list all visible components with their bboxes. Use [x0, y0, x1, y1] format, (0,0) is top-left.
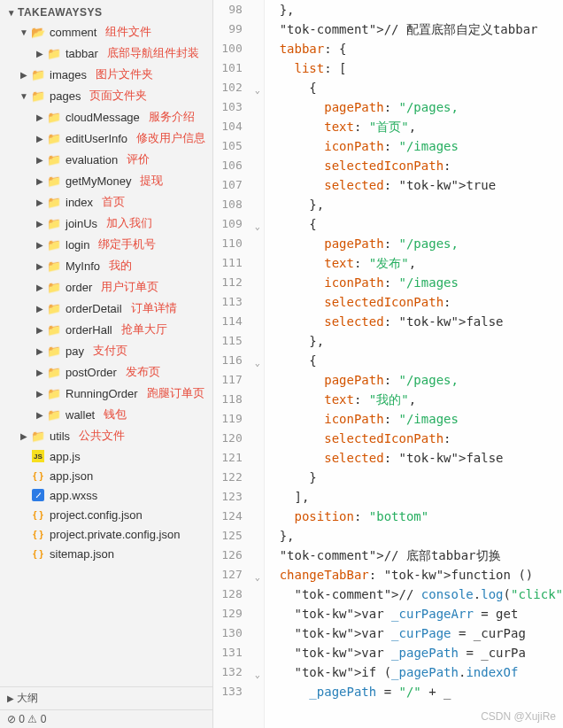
code-line[interactable]: selectedIconPath: — [265, 156, 563, 175]
tree-item-label: wallet — [66, 408, 95, 422]
code-line[interactable]: _pagePath = "/" + _ — [265, 682, 563, 701]
code-line[interactable]: "tok-kw">if (_pagePath.indexOf — [265, 662, 563, 682]
line-number: 122 — [213, 468, 264, 487]
code-line[interactable]: pagePath: "/pages, — [265, 234, 563, 253]
code-line[interactable]: { — [265, 351, 563, 370]
tree-item-label: comment — [50, 26, 96, 39]
code-line[interactable]: changeTabBar: "tok-kw">function () — [265, 565, 563, 585]
tree-item-label: evaluation — [66, 153, 118, 167]
tree-item-MyInfo[interactable]: ▶📁MyInfo我的 — [0, 255, 212, 276]
code-line[interactable]: "tok-comment">// console.log("click" — [265, 585, 563, 604]
line-number: 106 — [213, 156, 264, 175]
folder-icon: 📁 — [46, 322, 62, 337]
code-line[interactable]: selected: "tok-kw">true — [265, 175, 563, 195]
json-file-icon: { } — [30, 546, 46, 561]
code-line[interactable]: selectedIconPath: — [265, 429, 563, 448]
outline-panel[interactable]: ▶ 大纲 — [0, 686, 212, 709]
tree-item-app.json[interactable]: { }app.json — [0, 466, 212, 485]
chevron-icon: ▶ — [34, 155, 46, 165]
tree-item-orderDetail[interactable]: ▶📁orderDetail订单详情 — [0, 298, 212, 319]
outline-label: 大纲 — [17, 692, 38, 704]
tree-item-project.private.config.json[interactable]: { }project.private.config.json — [0, 524, 212, 544]
tree-item-project.config.json[interactable]: { }project.config.json — [0, 505, 212, 524]
annotation-label: 支付页 — [93, 343, 127, 359]
folder-icon: 📁 — [46, 237, 62, 252]
code-line[interactable]: "tok-comment">// 配置底部自定义tabbar — [265, 19, 563, 39]
code-line[interactable]: ], — [265, 487, 563, 507]
code-line[interactable]: selectedIconPath: — [265, 292, 563, 312]
code-line[interactable]: text: "我的", — [265, 390, 563, 409]
code-line[interactable]: "tok-comment">// 底部tabbar切换 — [265, 546, 563, 565]
tree-item-orderHall[interactable]: ▶📁orderHall抢单大厅 — [0, 319, 212, 340]
folder-icon: 📁 — [46, 365, 62, 379]
tree-item-tabbar[interactable]: ▶📁tabbar底部导航组件封装 — [0, 43, 212, 64]
code-line[interactable]: pagePath: "/pages, — [265, 97, 563, 117]
line-number: 127⌄ — [213, 565, 264, 585]
chevron-icon: ▼ — [18, 91, 30, 101]
code-line[interactable]: }, — [265, 331, 563, 351]
project-root[interactable]: ▼ TAKEAWAYSYS — [0, 4, 212, 21]
code-line[interactable]: tabbar: { — [265, 39, 563, 58]
code-line[interactable]: }, — [265, 0, 563, 19]
line-number: 102⌄ — [213, 78, 264, 97]
wxss-file-icon: ⟋ — [30, 488, 46, 502]
tree-item-evaluation[interactable]: ▶📁evaluation评价 — [0, 149, 212, 170]
tree-item-images[interactable]: ▶📁images图片文件夹 — [0, 64, 212, 85]
tree-item-wallet[interactable]: ▶📁wallet钱包 — [0, 404, 212, 425]
tree-item-sitemap.json[interactable]: { }sitemap.json — [0, 544, 212, 563]
tree-item-editUserInfo[interactable]: ▶📁editUserInfo修改用户信息 — [0, 128, 212, 149]
code-line[interactable]: pagePath: "/pages, — [265, 370, 563, 390]
tree-item-label: login — [66, 238, 89, 252]
tree-item-cloudMessage[interactable]: ▶📁cloudMessage服务介绍 — [0, 106, 212, 128]
code-line[interactable]: "tok-kw">var _curPage = _curPag — [265, 623, 563, 643]
code-line[interactable]: text: "发布", — [265, 253, 563, 273]
tree-item-RunningOrder[interactable]: ▶📁RunningOrder跑腿订单页 — [0, 383, 212, 404]
code-area[interactable]: }, "tok-comment">// 配置底部自定义tabbar tabbar… — [265, 0, 563, 728]
chevron-icon: ▶ — [34, 112, 46, 122]
code-line[interactable]: { — [265, 214, 563, 234]
tree-item-app.js[interactable]: JSapp.js — [0, 446, 212, 466]
code-line[interactable]: iconPath: "/images — [265, 273, 563, 292]
line-number: 101 — [213, 58, 264, 78]
tree-item-pages[interactable]: ▼📁pages页面文件夹 — [0, 85, 212, 106]
code-line[interactable]: iconPath: "/images — [265, 136, 563, 156]
code-line[interactable]: position: "bottom" — [265, 507, 563, 526]
code-line[interactable]: { — [265, 78, 563, 97]
code-line[interactable]: "tok-kw">var _curPageArr = get — [265, 604, 563, 623]
tree-item-comment[interactable]: ▼📂comment组件文件 — [0, 21, 212, 43]
line-number: 126 — [213, 546, 264, 565]
code-line[interactable]: }, — [265, 195, 563, 214]
code-line[interactable]: iconPath: "/images — [265, 409, 563, 429]
folder-icon: 📁 — [46, 301, 62, 315]
line-number: 123 — [213, 487, 264, 507]
tree-item-label: app.js — [50, 450, 81, 463]
folder-icon: 📁 — [46, 216, 62, 230]
code-line[interactable]: } — [265, 468, 563, 487]
code-line[interactable]: selected: "tok-kw">false — [265, 312, 563, 331]
tree-item-app.wxss[interactable]: ⟋app.wxss — [0, 485, 212, 505]
code-line[interactable]: list: [ — [265, 58, 563, 78]
code-line[interactable]: selected: "tok-kw">false — [265, 448, 563, 468]
chevron-icon: ▶ — [34, 219, 46, 228]
tree-item-index[interactable]: ▶📁index首页 — [0, 191, 212, 213]
code-editor[interactable]: 9899100101102⌄103104105106107108109⌄1101… — [213, 0, 563, 728]
tree-item-getMyMoney[interactable]: ▶📁getMyMoney提现 — [0, 170, 212, 191]
folder-icon: 📁 — [46, 280, 62, 294]
tree-item-postOrder[interactable]: ▶📁postOrder发布页 — [0, 361, 212, 383]
line-number: 113 — [213, 292, 264, 312]
code-line[interactable]: }, — [265, 526, 563, 546]
folder-icon: 📁 — [46, 110, 62, 124]
tree-item-login[interactable]: ▶📁login绑定手机号 — [0, 234, 212, 255]
annotation-label: 修改用户信息 — [136, 130, 205, 146]
line-number: 124 — [213, 507, 264, 526]
tree-item-label: orderDetail — [66, 302, 122, 315]
code-line[interactable]: text: "首页", — [265, 117, 563, 136]
tree-item-pay[interactable]: ▶📁pay支付页 — [0, 340, 212, 361]
annotation-label: 首页 — [102, 194, 125, 210]
tree-item-joinUs[interactable]: ▶📁joinUs加入我们 — [0, 213, 212, 234]
folder-icon: 📁 — [46, 195, 62, 209]
tree-item-utils[interactable]: ▶📁utils公共文件 — [0, 425, 212, 446]
tree-item-order[interactable]: ▶📁order用户订单页 — [0, 276, 212, 298]
code-line[interactable]: "tok-kw">var _pagePath = _curPa — [265, 643, 563, 662]
line-number: 112 — [213, 273, 264, 292]
